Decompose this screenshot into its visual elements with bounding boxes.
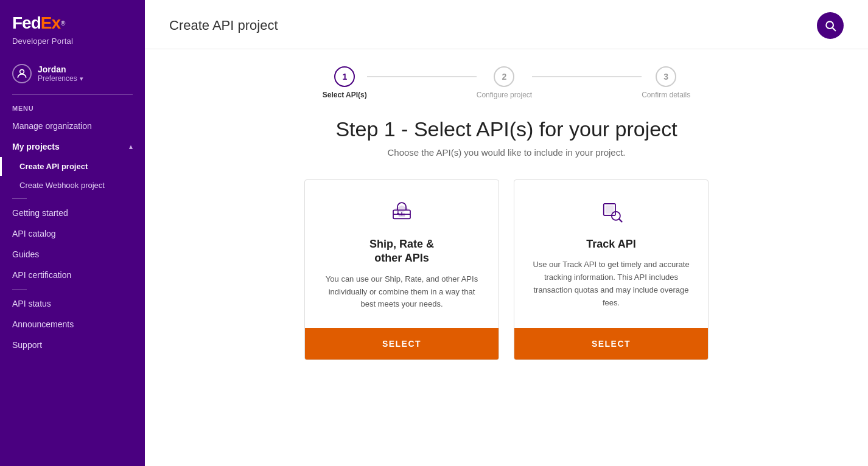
step-subtext: Choose the API(s) you would like to incl… bbox=[181, 147, 831, 158]
sidebar-item-api-status[interactable]: API status bbox=[0, 293, 145, 314]
step-3-label: Confirm details bbox=[642, 91, 690, 99]
step-1-circle: 1 bbox=[334, 66, 355, 87]
sidebar-item-support[interactable]: Support bbox=[0, 335, 145, 355]
svg-point-6 bbox=[397, 213, 399, 215]
sidebar-item-api-certification[interactable]: API certification bbox=[0, 265, 145, 285]
preferences-label: Preferences bbox=[38, 74, 77, 83]
track-api-card: Track API Use our Track API to get timel… bbox=[514, 179, 709, 360]
search-button[interactable] bbox=[817, 12, 844, 39]
menu-section-label: MENU bbox=[0, 100, 145, 116]
step-heading: Step 1 - Select API(s) for your project bbox=[181, 117, 831, 141]
svg-line-2 bbox=[833, 28, 836, 31]
api-cards-row: Ship, Rate &other APIs You can use our S… bbox=[181, 179, 831, 360]
sidebar-item-create-api-project[interactable]: Create API project bbox=[0, 157, 145, 176]
avatar bbox=[12, 64, 32, 83]
page-title: Create API project bbox=[169, 18, 278, 33]
sidebar-divider-1 bbox=[12, 94, 133, 95]
sidebar-item-getting-started[interactable]: Getting started bbox=[0, 203, 145, 223]
fedex-logo: Fed Ex ® bbox=[12, 13, 133, 33]
step-2: 2 Configure project bbox=[477, 66, 532, 99]
step-1: 1 Select API(s) bbox=[323, 66, 367, 99]
fedex-fed-text: Fed bbox=[12, 13, 41, 33]
sidebar: Fed Ex ® Developer Portal Jordan Prefere… bbox=[0, 0, 145, 466]
user-preferences-link[interactable]: Preferences ▾ bbox=[38, 74, 83, 83]
sidebar-divider-3 bbox=[12, 289, 27, 290]
track-api-icon bbox=[598, 198, 624, 229]
step-3-circle: 3 bbox=[656, 66, 676, 87]
track-api-card-desc: Use our Track API to get timely and accu… bbox=[531, 259, 691, 311]
step-connector-1 bbox=[367, 76, 477, 77]
fedex-ex-text: Ex bbox=[41, 13, 60, 33]
step-3: 3 Confirm details bbox=[642, 66, 690, 99]
ship-rate-card-title: Ship, Rate &other APIs bbox=[369, 237, 434, 266]
stepper: 1 Select API(s) 2 Configure project 3 Co… bbox=[145, 49, 868, 111]
ship-rate-card: Ship, Rate &other APIs You can use our S… bbox=[304, 179, 499, 360]
step-2-label: Configure project bbox=[477, 91, 532, 99]
svg-point-0 bbox=[20, 69, 24, 74]
chevron-down-icon: ▾ bbox=[80, 75, 83, 83]
sidebar-logo: Fed Ex ® Developer Portal bbox=[0, 0, 145, 55]
sidebar-item-create-webhook-project[interactable]: Create Webhook project bbox=[0, 176, 145, 195]
page-header: Create API project bbox=[145, 0, 868, 49]
sidebar-item-announcements[interactable]: Announcements bbox=[0, 314, 145, 335]
step-content: Step 1 - Select API(s) for your project … bbox=[145, 111, 868, 466]
sidebar-divider-2 bbox=[12, 198, 27, 199]
svg-line-10 bbox=[619, 219, 621, 221]
step-connector-2 bbox=[532, 76, 642, 77]
chevron-up-icon: ▴ bbox=[129, 143, 133, 151]
fedex-reg-text: ® bbox=[61, 20, 65, 27]
svg-rect-8 bbox=[606, 206, 613, 213]
sidebar-user: Jordan Preferences ▾ bbox=[0, 55, 145, 89]
main-content: Create API project 1 Select API(s) 2 Con… bbox=[145, 0, 868, 466]
sidebar-item-my-projects[interactable]: My projects ▴ bbox=[0, 136, 145, 157]
ship-rate-icon bbox=[389, 198, 415, 229]
user-name: Jordan bbox=[38, 64, 83, 74]
step-1-label: Select API(s) bbox=[323, 91, 367, 99]
sidebar-item-manage-org[interactable]: Manage organization bbox=[0, 116, 145, 136]
ship-rate-card-desc: You can use our Ship, Rate, and other AP… bbox=[322, 273, 481, 311]
user-info: Jordan Preferences ▾ bbox=[38, 64, 83, 83]
ship-rate-select-button[interactable]: SELECT bbox=[305, 328, 499, 360]
sidebar-item-guides[interactable]: Guides bbox=[0, 244, 145, 265]
sidebar-item-api-catalog[interactable]: API catalog bbox=[0, 223, 145, 244]
dev-portal-label: Developer Portal bbox=[12, 37, 133, 46]
track-api-select-button[interactable]: SELECT bbox=[514, 328, 708, 360]
step-2-circle: 2 bbox=[494, 66, 514, 87]
track-api-card-title: Track API bbox=[586, 237, 635, 251]
